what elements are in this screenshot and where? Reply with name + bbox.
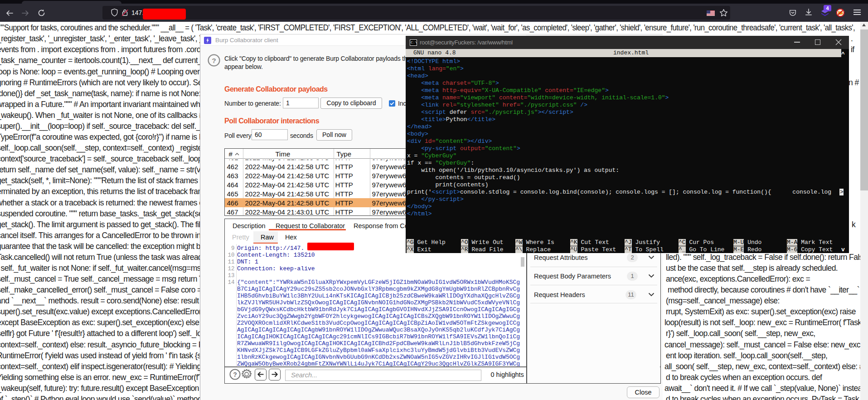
svg-text:?: ? [212, 57, 216, 64]
svg-text:?: ? [233, 371, 237, 378]
